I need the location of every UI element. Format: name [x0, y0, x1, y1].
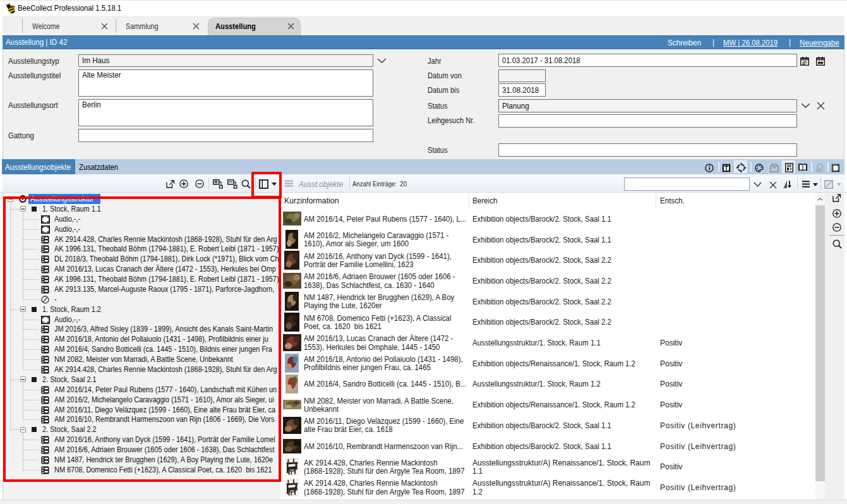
svg-text:abc: abc [817, 169, 824, 173]
